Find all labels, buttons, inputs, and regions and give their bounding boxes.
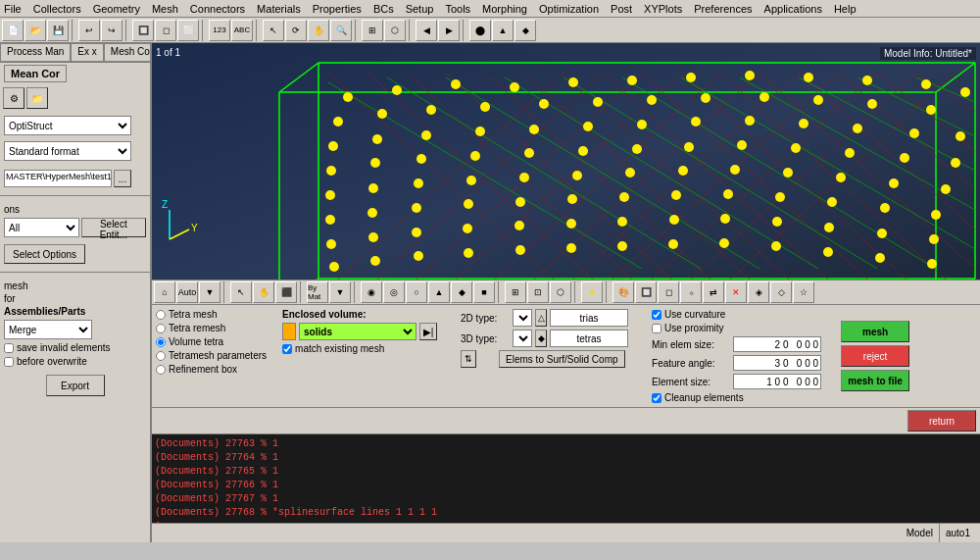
- reject-btn[interactable]: reject: [841, 345, 909, 367]
- vt-shade1[interactable]: ◉: [361, 281, 382, 303]
- vt-color1[interactable]: 🎨: [612, 281, 634, 303]
- entity-type-select[interactable]: All: [4, 218, 79, 237]
- vt-extra2[interactable]: ◇: [770, 281, 792, 303]
- dtype-2d-select[interactable]: ▼: [513, 309, 532, 327]
- tb-open[interactable]: 📂: [24, 20, 46, 41]
- radio-refinement-box[interactable]: [156, 365, 166, 375]
- icon-folder[interactable]: 📁: [26, 87, 48, 109]
- menu-xyplots[interactable]: XYPlots: [644, 3, 682, 15]
- use-curvature-checkbox[interactable]: [652, 310, 662, 320]
- vt-extra1[interactable]: ◈: [748, 281, 769, 303]
- element-size-input[interactable]: [733, 374, 821, 389]
- feature-angle-input[interactable]: [733, 355, 821, 371]
- menu-morphing[interactable]: Morphing: [482, 3, 527, 15]
- vt-shade6[interactable]: ■: [473, 281, 495, 303]
- menu-applications[interactable]: Applications: [764, 3, 822, 15]
- menu-help[interactable]: Help: [834, 3, 857, 15]
- tb-view2[interactable]: ◻: [155, 20, 176, 41]
- before-overwrite-checkbox[interactable]: [4, 357, 14, 367]
- menu-file[interactable]: File: [4, 3, 22, 15]
- return-btn[interactable]: return: [907, 410, 976, 432]
- cleanup-elements-checkbox[interactable]: [652, 393, 662, 403]
- tb-fit[interactable]: ⊞: [362, 20, 383, 41]
- tb-pan[interactable]: ✋: [308, 20, 329, 41]
- radio-tetra-remesh[interactable]: [156, 324, 166, 333]
- vt-disp1[interactable]: ⊞: [505, 281, 526, 303]
- tb-view1[interactable]: 🔲: [132, 20, 154, 41]
- tb-redo[interactable]: ↪: [101, 20, 122, 41]
- menu-mesh[interactable]: Mesh: [152, 3, 178, 15]
- tb-zoom[interactable]: 🔍: [330, 20, 352, 41]
- vt-move[interactable]: ✋: [253, 281, 274, 303]
- radio-tetramesh-params[interactable]: [156, 351, 166, 361]
- mesh-to-file-btn[interactable]: mesh to file: [841, 370, 909, 391]
- icon-settings[interactable]: ⚙: [3, 87, 24, 109]
- save-invalid-checkbox[interactable]: [4, 343, 14, 353]
- menu-geometry[interactable]: Geometry: [93, 3, 140, 15]
- vt-shade4[interactable]: ▲: [428, 281, 450, 303]
- vt-arrows[interactable]: ⇄: [703, 281, 724, 303]
- tb-extra3[interactable]: ◆: [514, 20, 536, 41]
- tb-rotate[interactable]: ⟳: [285, 20, 307, 41]
- tab-mean-cor[interactable]: Mean Cor: [4, 65, 67, 82]
- select-options-btn[interactable]: Select Options: [4, 244, 85, 264]
- tab-ex[interactable]: Ex x: [71, 43, 103, 62]
- menu-collectors[interactable]: Collectors: [33, 3, 81, 15]
- menu-connectors[interactable]: Connectors: [190, 3, 245, 15]
- tb-new[interactable]: 📄: [2, 20, 24, 41]
- match-existing-checkbox[interactable]: [282, 344, 292, 354]
- tab-process-man[interactable]: Process Man: [0, 43, 71, 62]
- tb-select[interactable]: ↖: [263, 20, 284, 41]
- file-browse-btn[interactable]: ...: [114, 170, 131, 187]
- menu-tools[interactable]: Tools: [445, 3, 470, 15]
- vt-extra3[interactable]: ☆: [793, 281, 814, 303]
- tb-extra1[interactable]: ⬤: [469, 20, 491, 41]
- vt-color2[interactable]: 🔲: [635, 281, 657, 303]
- solver-select[interactable]: OptiStruct: [4, 116, 131, 135]
- vt-star[interactable]: ★: [581, 281, 603, 303]
- menu-properties[interactable]: Properties: [313, 3, 362, 15]
- use-proximity-checkbox[interactable]: [652, 324, 662, 333]
- tb-save[interactable]: 💾: [47, 20, 69, 41]
- console-area[interactable]: (Documents) 27763 % 1 (Documents) 27764 …: [152, 434, 980, 523]
- vt-color3[interactable]: ◻: [658, 281, 679, 303]
- export-btn[interactable]: Export: [46, 375, 105, 396]
- tb-abc[interactable]: ABC: [231, 20, 253, 41]
- vt-auto[interactable]: Auto: [176, 281, 198, 303]
- menu-materials[interactable]: Materials: [257, 3, 301, 15]
- tb-nav-right[interactable]: ▶: [438, 20, 460, 41]
- vt-home[interactable]: ⌂: [154, 281, 175, 303]
- select-entities-btn[interactable]: Select Entit...: [81, 218, 146, 237]
- vt-color4[interactable]: ⬦: [680, 281, 702, 303]
- vt-box[interactable]: ⬛: [275, 281, 297, 303]
- menu-post[interactable]: Post: [611, 3, 632, 15]
- format-select[interactable]: Standard format: [4, 141, 131, 161]
- dtype-3d-select[interactable]: ▼: [513, 330, 532, 347]
- vt-x-red[interactable]: ✕: [725, 281, 747, 303]
- viewport[interactable]: Z Y 700 L Model Info: Untitled* 1 of 1: [152, 43, 980, 280]
- min-elem-size-input[interactable]: [733, 336, 821, 352]
- tb-nav-left[interactable]: ◀: [416, 20, 437, 41]
- radio-volume-tetra[interactable]: [156, 337, 166, 347]
- menu-bcs[interactable]: BCs: [373, 3, 394, 15]
- tb-extra2[interactable]: ▲: [492, 20, 514, 41]
- vt-shade5[interactable]: ◆: [451, 281, 472, 303]
- vt-disp2[interactable]: ⊡: [527, 281, 549, 303]
- vt-bymat[interactable]: By Mat: [307, 281, 328, 303]
- tb-wire[interactable]: ⬡: [384, 20, 406, 41]
- menu-setup[interactable]: Setup: [406, 3, 434, 15]
- radio-tetra-mesh[interactable]: [156, 310, 166, 320]
- vt-shade3[interactable]: ○: [406, 281, 427, 303]
- mesh-btn[interactable]: mesh: [841, 321, 909, 342]
- elems-to-surf-btn[interactable]: Elems to Surf/Solid Comp: [499, 350, 625, 368]
- menu-preferences[interactable]: Preferences: [694, 3, 752, 15]
- vt-cursor[interactable]: ↖: [230, 281, 252, 303]
- vt-disp3[interactable]: ⬡: [550, 281, 571, 303]
- enclosed-vol-select[interactable]: solids: [299, 323, 416, 340]
- tb-view3[interactable]: ⬜: [177, 20, 199, 41]
- enclosed-vol-nav[interactable]: ▶|: [419, 323, 437, 340]
- vt-shade2[interactable]: ◎: [383, 281, 405, 303]
- vt-arrow-dn[interactable]: ▼: [199, 281, 220, 303]
- tb-123[interactable]: 123: [209, 20, 230, 41]
- vt-bymat-dn[interactable]: ▼: [329, 281, 351, 303]
